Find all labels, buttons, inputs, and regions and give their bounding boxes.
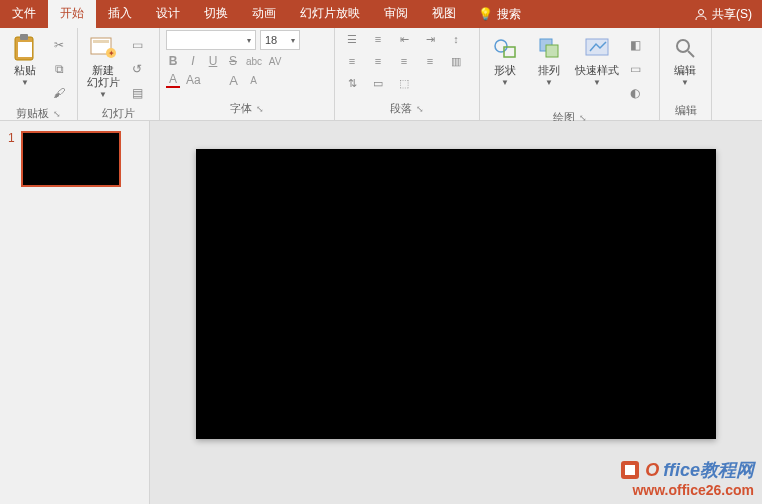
svg-rect-16 (625, 465, 635, 475)
justify-button[interactable]: ≡ (419, 52, 441, 70)
align-left-icon: ≡ (349, 55, 355, 67)
tab-transition[interactable]: 切换 (192, 0, 240, 28)
chevron-down-icon: ▾ (247, 36, 251, 45)
columns-button[interactable]: ▥ (445, 52, 467, 70)
chevron-down-icon: ▼ (681, 78, 689, 87)
quick-styles-icon (583, 34, 611, 62)
tab-view[interactable]: 视图 (420, 0, 468, 28)
new-slide-icon: ✦ (89, 34, 117, 62)
group-font: ▾ 18▾ B I U S abc AV A Aa A A 字体⤡ (160, 28, 335, 120)
group-label-font: 字体 (230, 101, 252, 116)
strike-button[interactable]: S (226, 54, 240, 68)
expand-icon[interactable]: ⤡ (53, 109, 61, 119)
search-box[interactable]: 💡 搜索 (478, 6, 521, 23)
align-right-icon: ≡ (401, 55, 407, 67)
thumbnail-preview[interactable] (21, 131, 121, 187)
expand-icon[interactable]: ⤡ (256, 104, 264, 114)
paste-button[interactable]: 粘贴 ▼ (4, 32, 46, 89)
thumbnail-panel[interactable]: 1 (0, 121, 150, 504)
group-editing: 编辑 ▼ 编辑 (660, 28, 712, 120)
section-icon: ▤ (132, 86, 143, 100)
menu-tabs: 文件 开始 插入 设计 切换 动画 幻灯片放映 审阅 视图 (0, 0, 468, 28)
copy-icon: ⧉ (55, 62, 64, 76)
edit-button[interactable]: 编辑 ▼ (664, 32, 706, 89)
thumbnail-item[interactable]: 1 (8, 131, 141, 187)
indent-dec-button[interactable]: ⇤ (393, 30, 415, 48)
smartart-icon: ⬚ (399, 77, 409, 90)
ribbon: 粘贴 ▼ ✂ ⧉ 🖌 剪贴板⤡ ✦ 新建 幻灯片 ▼ ▭ ↺ ▤ (0, 28, 762, 121)
lightbulb-icon: 💡 (478, 7, 493, 21)
edit-label: 编辑 (674, 64, 696, 76)
font-size-select[interactable]: 18▾ (260, 30, 300, 50)
outline-icon: ▭ (630, 62, 641, 76)
spacing-icon: ↕ (453, 33, 459, 45)
person-icon (694, 7, 708, 21)
share-button[interactable]: 共享(S) (694, 6, 752, 23)
scissors-icon: ✂ (54, 38, 64, 52)
font-name-select[interactable]: ▾ (166, 30, 256, 50)
svg-point-13 (677, 40, 689, 52)
underline-button[interactable]: U (206, 54, 220, 68)
svg-point-8 (495, 40, 507, 52)
shape-effects-button[interactable]: ◐ (624, 82, 646, 104)
italic-button[interactable]: I (186, 54, 200, 68)
group-label-editing: 编辑 (675, 103, 697, 118)
slide-canvas[interactable] (196, 149, 716, 439)
shapes-label: 形状 (494, 64, 516, 76)
tab-file[interactable]: 文件 (0, 0, 48, 28)
tab-insert[interactable]: 插入 (96, 0, 144, 28)
group-slides: ✦ 新建 幻灯片 ▼ ▭ ↺ ▤ 幻灯片 (78, 28, 160, 120)
watermark: Office教程网 www.office26.com (619, 458, 754, 498)
shape-outline-button[interactable]: ▭ (624, 58, 646, 80)
indent-inc-button[interactable]: ⇥ (419, 30, 441, 48)
columns-icon: ▥ (451, 55, 461, 68)
bold-button[interactable]: B (166, 54, 180, 68)
cut-button[interactable]: ✂ (48, 34, 70, 56)
align-left-button[interactable]: ≡ (341, 52, 363, 70)
grow-font-button[interactable]: A (227, 73, 241, 88)
reset-button[interactable]: ↺ (126, 58, 148, 80)
shape-fill-button[interactable]: ◧ (624, 34, 646, 56)
section-button[interactable]: ▤ (126, 82, 148, 104)
group-label-clipboard: 剪贴板 (16, 106, 49, 121)
spacing-button[interactable]: AV (268, 56, 282, 67)
svg-rect-12 (586, 39, 608, 55)
reset-icon: ↺ (132, 62, 142, 76)
shapes-button[interactable]: 形状 ▼ (484, 32, 526, 89)
font-color-button[interactable]: A (166, 72, 180, 88)
justify-icon: ≡ (427, 55, 433, 67)
tab-animation[interactable]: 动画 (240, 0, 288, 28)
new-slide-button[interactable]: ✦ 新建 幻灯片 ▼ (82, 32, 124, 101)
logo-icon (619, 459, 641, 481)
layout-button[interactable]: ▭ (126, 34, 148, 56)
shrink-font-button[interactable]: A (247, 75, 261, 86)
copy-button[interactable]: ⧉ (48, 58, 70, 80)
arrange-button[interactable]: 排列 ▼ (528, 32, 570, 89)
line-spacing-button[interactable]: ↕ (445, 30, 467, 48)
canvas-area[interactable] (150, 121, 762, 504)
quick-styles-button[interactable]: 快速样式 ▼ (572, 32, 622, 89)
tab-slideshow[interactable]: 幻灯片放映 (288, 0, 372, 28)
align-text-button[interactable]: ▭ (367, 74, 389, 92)
bullets-button[interactable]: ☰ (341, 30, 363, 48)
numbering-icon: ≡ (375, 33, 381, 45)
tab-review[interactable]: 审阅 (372, 0, 420, 28)
tab-home[interactable]: 开始 (48, 0, 96, 28)
chevron-down-icon: ▼ (593, 78, 601, 87)
numbering-button[interactable]: ≡ (367, 30, 389, 48)
text-direction-button[interactable]: ⇅ (341, 74, 363, 92)
title-bar: 文件 开始 插入 设计 切换 动画 幻灯片放映 审阅 视图 💡 搜索 共享(S) (0, 0, 762, 28)
align-right-button[interactable]: ≡ (393, 52, 415, 70)
format-painter-button[interactable]: 🖌 (48, 82, 70, 104)
shadow-button[interactable]: abc (246, 56, 262, 67)
chevron-down-icon: ▼ (99, 90, 107, 99)
fill-icon: ◧ (630, 38, 641, 52)
smartart-button[interactable]: ⬚ (393, 74, 415, 92)
tab-design[interactable]: 设计 (144, 0, 192, 28)
svg-rect-5 (93, 40, 109, 43)
find-icon (671, 34, 699, 62)
change-case-button[interactable]: Aa (186, 73, 201, 87)
align-center-button[interactable]: ≡ (367, 52, 389, 70)
expand-icon[interactable]: ⤡ (416, 104, 424, 114)
arrange-label: 排列 (538, 64, 560, 76)
